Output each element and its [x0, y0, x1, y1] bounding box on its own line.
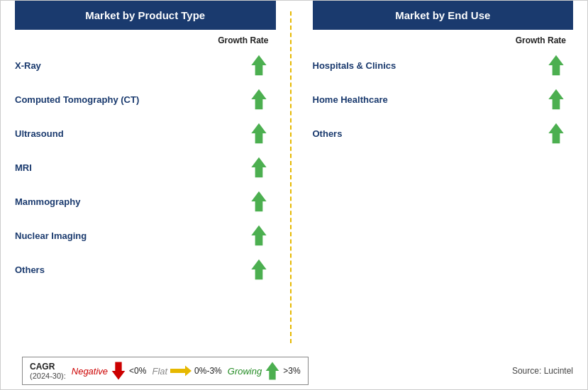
- left-panel: Market by Product Type Growth Rate X-Ray…: [1, 1, 290, 354]
- up-arrow-icon: [249, 190, 269, 213]
- right-growth-rate-label: Growth Rate: [313, 35, 574, 45]
- svg-marker-10: [112, 362, 126, 380]
- arrow-xray: [240, 54, 276, 77]
- item-label-ct: Computed Tomography (CT): [15, 94, 240, 105]
- arrow-hospitals: [538, 54, 573, 77]
- arrow-ct: [240, 88, 276, 111]
- list-item: MRI: [15, 150, 276, 184]
- up-arrow-icon: [249, 88, 269, 111]
- arrow-ultrasound: [240, 122, 276, 145]
- bottom-bar: CAGR (2024-30): Negative <0% Flat 0%-3% …: [1, 354, 587, 389]
- flat-label: Flat: [152, 366, 167, 377]
- item-label-ultrasound: Ultrasound: [15, 128, 240, 139]
- svg-marker-11: [170, 366, 192, 377]
- item-label-mammography: Mammography: [15, 196, 240, 207]
- item-label-others-right: Others: [313, 128, 538, 139]
- up-arrow-icon: [249, 258, 269, 281]
- svg-marker-2: [251, 123, 266, 143]
- item-label-others-left: Others: [15, 264, 240, 275]
- up-arrow-icon: [249, 54, 269, 77]
- svg-marker-7: [548, 55, 563, 75]
- arrow-home-healthcare: [538, 88, 573, 111]
- right-panel-header: Market by End Use: [313, 1, 574, 30]
- legend-flat: Flat 0%-3%: [152, 364, 221, 378]
- arrow-mri: [240, 156, 276, 179]
- down-arrow-red-icon: [111, 361, 126, 381]
- up-arrow-icon: [546, 88, 566, 111]
- svg-marker-4: [251, 191, 266, 211]
- legend-box: CAGR (2024-30): Negative <0% Flat 0%-3% …: [22, 357, 309, 385]
- item-label-mri: MRI: [15, 162, 240, 173]
- list-item: X-Ray: [15, 48, 276, 82]
- item-label-xray: X-Ray: [15, 60, 240, 71]
- svg-marker-8: [548, 89, 563, 109]
- svg-marker-0: [251, 55, 266, 75]
- svg-marker-6: [251, 260, 266, 279]
- up-arrow-green-icon: [265, 361, 280, 381]
- list-item: Computed Tomography (CT): [15, 82, 276, 116]
- arrow-nuclear: [240, 224, 276, 247]
- list-item: Others: [313, 116, 574, 150]
- growing-label: Growing: [228, 366, 262, 377]
- arrow-mammography: [240, 190, 276, 213]
- arrow-others-left: [240, 258, 276, 281]
- legend-negative: Negative <0%: [72, 361, 147, 381]
- legend-growing: Growing >3%: [228, 361, 301, 381]
- item-label-nuclear: Nuclear Imaging: [15, 230, 240, 241]
- list-item: Home Healthcare: [313, 82, 574, 116]
- growing-range: >3%: [283, 366, 300, 376]
- svg-marker-5: [251, 225, 266, 245]
- flat-range: 0%-3%: [194, 366, 222, 376]
- negative-range: <0%: [129, 366, 146, 376]
- list-item: Ultrasound: [15, 116, 276, 150]
- left-panel-header: Market by Product Type: [15, 1, 276, 30]
- svg-marker-9: [548, 123, 563, 143]
- up-arrow-icon: [249, 224, 269, 247]
- svg-marker-12: [266, 362, 279, 380]
- up-arrow-icon: [546, 122, 566, 145]
- left-growth-rate-label: Growth Rate: [15, 35, 276, 45]
- svg-marker-1: [251, 89, 266, 109]
- cagr-label-group: CAGR (2024-30):: [30, 362, 66, 380]
- cagr-label: CAGR: [30, 362, 66, 372]
- source-text: Source: Lucintel: [512, 366, 573, 376]
- list-item: Hospitals & Clinics: [313, 48, 574, 82]
- negative-label: Negative: [72, 366, 108, 377]
- svg-marker-3: [251, 157, 266, 177]
- right-panel: Market by End Use Growth Rate Hospitals …: [292, 1, 588, 354]
- list-item: Others: [15, 252, 276, 286]
- up-arrow-icon: [546, 54, 566, 77]
- item-label-hospitals: Hospitals & Clinics: [313, 60, 538, 71]
- up-arrow-icon: [249, 156, 269, 179]
- item-label-home-healthcare: Home Healthcare: [313, 94, 538, 105]
- list-item: Mammography: [15, 184, 276, 218]
- arrow-others-right: [538, 122, 573, 145]
- up-arrow-icon: [249, 122, 269, 145]
- right-arrow-yellow-icon: [170, 364, 192, 378]
- list-item: Nuclear Imaging: [15, 218, 276, 252]
- cagr-years: (2024-30):: [30, 372, 66, 380]
